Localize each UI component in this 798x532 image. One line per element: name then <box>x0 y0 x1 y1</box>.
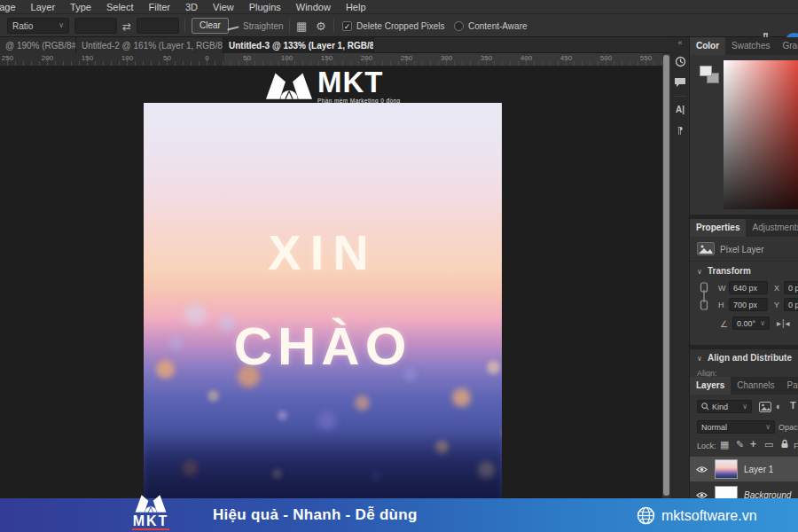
tab-adjustments[interactable]: Adjustments <box>746 219 798 237</box>
delete-cropped-checkbox[interactable]: ✓ <box>342 21 352 31</box>
paragraph-panel-icon[interactable]: ¶ <box>672 122 688 138</box>
ratio-dropdown[interactable]: Ratio ∨ <box>7 18 69 34</box>
link-dimensions-icon[interactable] <box>699 282 709 310</box>
menu-item[interactable]: Layer <box>31 2 56 12</box>
tab-layers[interactable]: Layers <box>690 377 731 395</box>
layer-filter-kind-dropdown[interactable]: Kind ∨ <box>697 400 752 413</box>
height-input[interactable]: 700 px <box>729 298 768 311</box>
lock-pixels-icon[interactable]: ✎ <box>736 440 744 450</box>
eye-icon[interactable] <box>696 466 708 473</box>
swap-arrows-icon[interactable]: ⇄ <box>122 21 131 32</box>
footer-website[interactable]: mktsoftware.vn <box>661 508 757 524</box>
lock-artboard-icon[interactable]: ▭ <box>764 440 773 450</box>
blend-mode-dropdown[interactable]: Normal ∨ <box>697 420 775 434</box>
menu-item[interactable]: Filter <box>149 2 170 12</box>
align-title[interactable]: Align and Distribute <box>708 353 792 363</box>
canvas-document[interactable]: XIN CHÀO <box>144 103 502 502</box>
character-panel-icon[interactable]: A| <box>672 101 688 117</box>
doc-tab-label: @ 190% (RGB/8#) * <box>5 41 76 51</box>
doc-tab-2[interactable]: Untitled-2 @ 161% (Layer 1, RGB/8#) * × <box>76 37 223 53</box>
comment-panel-icon[interactable] <box>672 74 688 90</box>
menu-item[interactable]: 3D <box>185 2 198 12</box>
menu-item[interactable]: View <box>213 2 234 12</box>
opacity-label[interactable]: Opacity <box>778 423 798 432</box>
angle-value: 0.00° <box>737 319 755 328</box>
fill-label[interactable]: Fill <box>794 442 798 450</box>
menu-item[interactable]: Select <box>106 2 134 12</box>
divider <box>674 96 686 97</box>
doc-tab-label: Untitled-2 @ 161% (Layer 1, RGB/8#) * <box>82 41 223 51</box>
layer1-thumbnail[interactable] <box>715 459 738 479</box>
horizontal-ruler[interactable]: 2502001501005005010015020025030035040045… <box>0 53 662 66</box>
crop-overlay-icon[interactable]: ▦ <box>296 20 307 32</box>
tab-properties[interactable]: Properties <box>690 219 746 237</box>
delete-cropped-label[interactable]: Delete Cropped Pixels <box>356 21 445 31</box>
filter-adjustment-layers-icon[interactable]: ◐ <box>776 402 782 411</box>
transform-title[interactable]: Transform <box>708 266 751 276</box>
angle-icon: ∠ <box>720 319 728 329</box>
width-input[interactable]: 640 px <box>729 281 768 294</box>
canvas-text-chao: CHÀO <box>144 316 502 377</box>
photoshop-window: ImageLayerTypeSelectFilter3DViewPluginsW… <box>0 0 798 532</box>
width-label: W <box>718 284 726 293</box>
menu-item[interactable]: Type <box>70 2 91 12</box>
y-input[interactable]: 0 px <box>784 298 798 311</box>
menu-bar: ImageLayerTypeSelectFilter3DViewPluginsW… <box>0 0 798 14</box>
lock-all-icon[interactable] <box>780 439 789 449</box>
layer-row-layer1[interactable]: Layer 1 <box>690 457 798 481</box>
globe-icon <box>637 506 655 525</box>
panel-dock: Color Swatches Gradients Properties Adju… <box>690 37 798 499</box>
flip-icons[interactable]: ▸|◂ <box>777 318 791 328</box>
ratio-height-input[interactable] <box>137 18 179 34</box>
lock-position-icon[interactable]: + <box>750 439 756 450</box>
history-panel-icon[interactable] <box>672 53 688 69</box>
straighten-label[interactable]: Straighten <box>243 21 284 31</box>
tab-swatches[interactable]: Swatches <box>725 37 776 55</box>
layer1-name[interactable]: Layer 1 <box>744 465 773 474</box>
tab-color[interactable]: Color <box>690 37 725 55</box>
doc-tab-1[interactable]: @ 190% (RGB/8#) * × <box>0 37 76 53</box>
mkt-logo-icon <box>130 493 171 514</box>
chevron-down-icon[interactable]: ∨ <box>697 268 702 276</box>
x-value: 0 px <box>788 284 798 293</box>
canvas-text-xin: XIN <box>144 223 502 281</box>
tab-paths[interactable]: Paths <box>781 377 798 395</box>
tab-channels[interactable]: Channels <box>731 377 780 395</box>
height-value: 700 px <box>733 301 757 309</box>
divider <box>333 19 334 33</box>
pixel-layer-icon <box>697 242 715 255</box>
color-panel-body <box>690 55 798 215</box>
color-picker-field[interactable] <box>724 60 798 209</box>
x-input[interactable]: 0 px <box>784 281 798 294</box>
filter-pixel-layers-icon[interactable] <box>759 402 771 412</box>
divider <box>690 261 798 262</box>
scrollbar-thumb[interactable] <box>663 55 669 496</box>
layer-type-label: Pixel Layer <box>720 245 763 254</box>
angle-input[interactable]: 0.00° ∨ <box>732 317 770 330</box>
chevron-down-icon: ∨ <box>742 403 747 411</box>
footer-bar: MKT Hiệu quả - Nhanh - Dễ dùng mktsoftwa… <box>0 498 798 532</box>
ratio-width-input[interactable] <box>74 18 117 34</box>
foreground-color-swatch[interactable] <box>700 66 712 76</box>
lock-transparency-icon[interactable]: ▦ <box>720 440 729 450</box>
menu-item[interactable]: Image <box>0 2 16 12</box>
content-aware-label[interactable]: Content-Aware <box>468 21 528 31</box>
vertical-scrollbar[interactable] <box>662 53 670 499</box>
menu-item[interactable]: Window <box>296 2 331 12</box>
layers-panel-body: Kind ∨ ◐ T Normal ∨ Opacity Lock: ▦ ✎ + … <box>690 395 798 499</box>
watermark-brand: MKT <box>317 69 400 96</box>
mkt-watermark: MKT Phần mềm Marketing 0 đồng <box>266 69 400 104</box>
gear-icon[interactable]: ⚙ <box>316 20 326 32</box>
clear-button[interactable]: Clear <box>192 18 229 34</box>
menu-item[interactable]: Help <box>346 2 366 12</box>
layers-panel-tabs: Layers Channels Paths <box>690 377 798 395</box>
filter-type-layers-icon[interactable]: T <box>790 401 796 411</box>
menu-item[interactable]: Plugins <box>249 2 281 12</box>
chevron-down-icon[interactable]: ∨ <box>697 355 702 363</box>
tab-gradients[interactable]: Gradients <box>776 37 798 55</box>
doc-tab-3-active[interactable]: Untitled-3 @ 133% (Layer 1, RGB/8#) * × <box>223 37 374 53</box>
collapse-panels-icon[interactable]: « <box>672 37 688 48</box>
lock-label: Lock: <box>697 442 716 450</box>
content-aware-radio[interactable] <box>454 21 464 31</box>
mkt-logo-icon <box>266 69 312 103</box>
